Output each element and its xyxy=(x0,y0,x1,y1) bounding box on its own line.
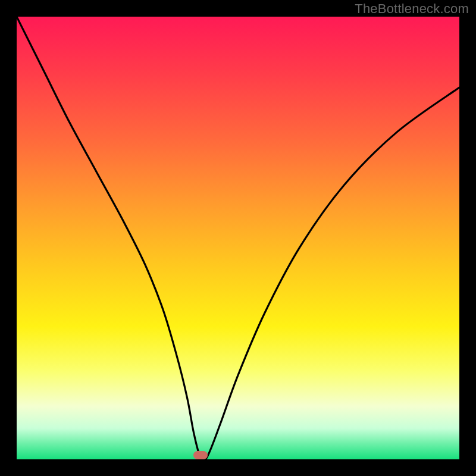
chart-frame: TheBottleneck.com xyxy=(0,0,476,476)
plot-area xyxy=(17,17,459,459)
bottleneck-curve xyxy=(17,17,459,459)
watermark-text: TheBottleneck.com xyxy=(355,1,469,17)
optimum-marker xyxy=(193,451,208,459)
